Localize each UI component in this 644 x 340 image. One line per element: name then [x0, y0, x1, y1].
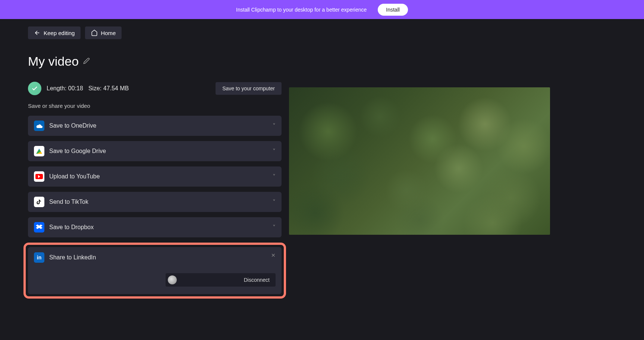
option-dropbox[interactable]: Save to Dropbox ˅: [28, 217, 282, 237]
linkedin-highlight: in Share to LinkedIn ✕ Disconnect: [23, 243, 286, 299]
option-linkedin-expanded[interactable]: in Share to LinkedIn ✕ Disconnect: [28, 247, 282, 294]
option-label: Send to TikTok: [49, 199, 88, 205]
keep-editing-label: Keep editing: [44, 30, 75, 36]
arrow-left-icon: [34, 29, 41, 36]
preview-thumbnail: [289, 87, 550, 235]
chevron-down-icon: ˅: [273, 122, 276, 130]
option-youtube[interactable]: Upload to YouTube ˅: [28, 166, 282, 187]
video-length-label: Length: 00:18: [47, 85, 83, 92]
option-label: Upload to YouTube: [49, 173, 100, 180]
chevron-down-icon: ˅: [273, 199, 276, 206]
save-share-subtitle: Save or share your video: [28, 103, 282, 109]
tiktok-icon: [34, 197, 44, 207]
linkedin-icon: in: [34, 252, 44, 263]
install-banner: Install Clipchamp to your desktop for a …: [0, 0, 644, 19]
account-box: Disconnect: [166, 273, 276, 287]
edit-title-icon[interactable]: [83, 57, 90, 66]
home-label: Home: [101, 30, 116, 36]
option-label: Save to Google Drive: [49, 148, 106, 155]
onedrive-icon: [34, 121, 44, 131]
home-button[interactable]: Home: [85, 26, 122, 39]
option-label: Save to OneDrive: [49, 122, 96, 129]
save-to-computer-button[interactable]: Save to your computer: [216, 82, 282, 95]
chevron-down-icon: ˅: [273, 224, 276, 231]
avatar: [168, 275, 177, 284]
chevron-down-icon: ˅: [273, 173, 276, 180]
page-title: My video: [28, 54, 79, 69]
youtube-icon: [34, 171, 44, 182]
option-label: Share to LinkedIn: [49, 254, 96, 261]
gdrive-icon: [34, 146, 44, 156]
option-tiktok[interactable]: Send to TikTok ˅: [28, 192, 282, 212]
option-onedrive[interactable]: Save to OneDrive ˅: [28, 116, 282, 136]
option-label: Save to Dropbox: [49, 224, 94, 231]
close-icon[interactable]: ✕: [271, 252, 276, 258]
chevron-down-icon: ˅: [273, 148, 276, 155]
home-icon: [91, 29, 98, 36]
disconnect-button[interactable]: Disconnect: [244, 277, 270, 283]
install-button[interactable]: Install: [378, 4, 408, 16]
dropbox-icon: [34, 222, 44, 233]
banner-text: Install Clipchamp to your desktop for a …: [236, 7, 367, 13]
video-size-label: Size: 47.54 MB: [88, 85, 129, 92]
video-preview[interactable]: [289, 87, 550, 235]
keep-editing-button[interactable]: Keep editing: [28, 26, 81, 39]
success-check-icon: [28, 82, 41, 95]
option-gdrive[interactable]: Save to Google Drive ˅: [28, 141, 282, 161]
